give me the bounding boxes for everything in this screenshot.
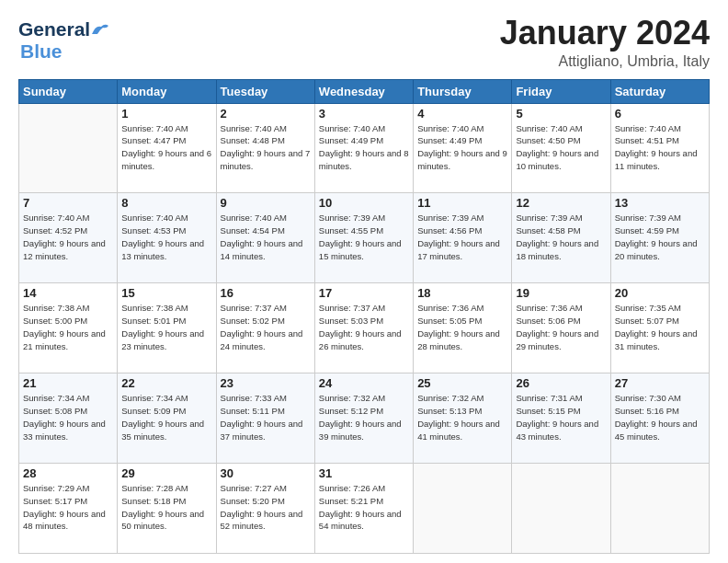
day-number: 1 bbox=[121, 107, 211, 121]
calendar-week-4: 21Sunrise: 7:34 AM Sunset: 5:08 PM Dayli… bbox=[19, 373, 710, 464]
logo-text-blue: Blue bbox=[20, 40, 63, 62]
title-section: January 2024 Attigliano, Umbria, Italy bbox=[500, 15, 710, 70]
day-info: Sunrise: 7:33 AM Sunset: 5:11 PM Dayligh… bbox=[221, 392, 311, 442]
calendar-cell: 2Sunrise: 7:40 AM Sunset: 4:48 PM Daylig… bbox=[216, 103, 314, 193]
logo-text-general: General bbox=[18, 18, 90, 40]
day-info: Sunrise: 7:29 AM Sunset: 5:17 PM Dayligh… bbox=[23, 482, 113, 533]
calendar-table: Sunday Monday Tuesday Wednesday Thursday… bbox=[18, 79, 710, 554]
day-info: Sunrise: 7:37 AM Sunset: 5:02 PM Dayligh… bbox=[221, 302, 311, 352]
calendar-cell: 31Sunrise: 7:26 AM Sunset: 5:21 PM Dayli… bbox=[314, 464, 413, 554]
day-info: Sunrise: 7:39 AM Sunset: 4:55 PM Dayligh… bbox=[319, 212, 409, 262]
day-number: 30 bbox=[221, 466, 311, 480]
calendar-cell: 18Sunrise: 7:36 AM Sunset: 5:05 PM Dayli… bbox=[414, 283, 512, 373]
calendar-cell: 14Sunrise: 7:38 AM Sunset: 5:00 PM Dayli… bbox=[19, 283, 118, 373]
day-info: Sunrise: 7:34 AM Sunset: 5:09 PM Dayligh… bbox=[121, 392, 211, 442]
day-number: 22 bbox=[121, 376, 211, 390]
day-number: 4 bbox=[417, 107, 507, 121]
calendar-cell: 22Sunrise: 7:34 AM Sunset: 5:09 PM Dayli… bbox=[118, 373, 216, 464]
calendar-cell: 8Sunrise: 7:40 AM Sunset: 4:53 PM Daylig… bbox=[118, 193, 216, 283]
day-info: Sunrise: 7:37 AM Sunset: 5:03 PM Dayligh… bbox=[319, 302, 409, 352]
day-number: 16 bbox=[221, 286, 311, 300]
day-number: 29 bbox=[121, 466, 211, 480]
col-friday: Friday bbox=[512, 79, 610, 103]
day-number: 21 bbox=[23, 376, 113, 390]
calendar-cell bbox=[414, 464, 512, 554]
day-info: Sunrise: 7:39 AM Sunset: 4:58 PM Dayligh… bbox=[516, 212, 606, 262]
calendar-cell: 21Sunrise: 7:34 AM Sunset: 5:08 PM Dayli… bbox=[19, 373, 118, 464]
calendar-cell bbox=[610, 464, 709, 554]
calendar-cell: 6Sunrise: 7:40 AM Sunset: 4:51 PM Daylig… bbox=[610, 103, 709, 193]
calendar-week-3: 14Sunrise: 7:38 AM Sunset: 5:00 PM Dayli… bbox=[19, 283, 710, 373]
col-thursday: Thursday bbox=[414, 79, 512, 103]
day-info: Sunrise: 7:38 AM Sunset: 5:00 PM Dayligh… bbox=[23, 302, 113, 352]
calendar-cell bbox=[19, 103, 118, 193]
calendar-cell: 26Sunrise: 7:31 AM Sunset: 5:15 PM Dayli… bbox=[512, 373, 610, 464]
calendar-cell bbox=[512, 464, 610, 554]
calendar-cell: 28Sunrise: 7:29 AM Sunset: 5:17 PM Dayli… bbox=[19, 464, 118, 554]
day-info: Sunrise: 7:40 AM Sunset: 4:50 PM Dayligh… bbox=[516, 122, 606, 173]
day-number: 27 bbox=[615, 376, 705, 390]
day-info: Sunrise: 7:40 AM Sunset: 4:52 PM Dayligh… bbox=[23, 212, 113, 262]
calendar-cell: 4Sunrise: 7:40 AM Sunset: 4:49 PM Daylig… bbox=[414, 103, 512, 193]
calendar-cell: 13Sunrise: 7:39 AM Sunset: 4:59 PM Dayli… bbox=[610, 193, 709, 283]
calendar-cell: 5Sunrise: 7:40 AM Sunset: 4:50 PM Daylig… bbox=[512, 103, 610, 193]
day-number: 17 bbox=[319, 286, 409, 300]
day-number: 23 bbox=[221, 376, 311, 390]
day-info: Sunrise: 7:26 AM Sunset: 5:21 PM Dayligh… bbox=[319, 482, 409, 533]
calendar-cell: 17Sunrise: 7:37 AM Sunset: 5:03 PM Dayli… bbox=[314, 283, 413, 373]
day-info: Sunrise: 7:32 AM Sunset: 5:12 PM Dayligh… bbox=[319, 392, 409, 442]
day-number: 10 bbox=[319, 196, 409, 210]
day-info: Sunrise: 7:40 AM Sunset: 4:47 PM Dayligh… bbox=[121, 122, 211, 173]
day-number: 9 bbox=[221, 196, 311, 210]
day-number: 20 bbox=[615, 286, 705, 300]
day-info: Sunrise: 7:30 AM Sunset: 5:16 PM Dayligh… bbox=[615, 392, 705, 442]
day-number: 8 bbox=[121, 196, 211, 210]
day-number: 13 bbox=[615, 196, 705, 210]
day-number: 5 bbox=[516, 107, 606, 121]
calendar-cell: 15Sunrise: 7:38 AM Sunset: 5:01 PM Dayli… bbox=[118, 283, 216, 373]
day-info: Sunrise: 7:32 AM Sunset: 5:13 PM Dayligh… bbox=[417, 392, 507, 442]
day-number: 12 bbox=[516, 196, 606, 210]
day-number: 6 bbox=[615, 107, 705, 121]
calendar-cell: 11Sunrise: 7:39 AM Sunset: 4:56 PM Dayli… bbox=[414, 193, 512, 283]
logo: General Blue bbox=[18, 15, 110, 63]
logo-bird-icon bbox=[90, 21, 110, 38]
day-info: Sunrise: 7:31 AM Sunset: 5:15 PM Dayligh… bbox=[516, 392, 606, 442]
calendar-cell: 19Sunrise: 7:36 AM Sunset: 5:06 PM Dayli… bbox=[512, 283, 610, 373]
day-info: Sunrise: 7:28 AM Sunset: 5:18 PM Dayligh… bbox=[121, 482, 211, 533]
day-number: 19 bbox=[516, 286, 606, 300]
calendar-header-row: Sunday Monday Tuesday Wednesday Thursday… bbox=[19, 79, 710, 103]
day-number: 24 bbox=[319, 376, 409, 390]
day-number: 3 bbox=[319, 107, 409, 121]
day-info: Sunrise: 7:38 AM Sunset: 5:01 PM Dayligh… bbox=[121, 302, 211, 352]
calendar-cell: 24Sunrise: 7:32 AM Sunset: 5:12 PM Dayli… bbox=[314, 373, 413, 464]
day-number: 11 bbox=[417, 196, 507, 210]
calendar-week-2: 7Sunrise: 7:40 AM Sunset: 4:52 PM Daylig… bbox=[19, 193, 710, 283]
location-subtitle: Attigliano, Umbria, Italy bbox=[500, 53, 710, 70]
calendar-week-1: 1Sunrise: 7:40 AM Sunset: 4:47 PM Daylig… bbox=[19, 103, 710, 193]
page: General Blue January 2024 Attigliano, Um… bbox=[0, 0, 728, 563]
calendar-cell: 10Sunrise: 7:39 AM Sunset: 4:55 PM Dayli… bbox=[314, 193, 413, 283]
calendar-cell: 23Sunrise: 7:33 AM Sunset: 5:11 PM Dayli… bbox=[216, 373, 314, 464]
day-info: Sunrise: 7:36 AM Sunset: 5:06 PM Dayligh… bbox=[516, 302, 606, 352]
calendar-cell: 27Sunrise: 7:30 AM Sunset: 5:16 PM Dayli… bbox=[610, 373, 709, 464]
col-wednesday: Wednesday bbox=[314, 79, 413, 103]
day-number: 7 bbox=[23, 196, 113, 210]
header: General Blue January 2024 Attigliano, Um… bbox=[18, 15, 710, 70]
calendar-cell: 20Sunrise: 7:35 AM Sunset: 5:07 PM Dayli… bbox=[610, 283, 709, 373]
day-number: 18 bbox=[417, 286, 507, 300]
calendar-cell: 9Sunrise: 7:40 AM Sunset: 4:54 PM Daylig… bbox=[216, 193, 314, 283]
month-title: January 2024 bbox=[500, 15, 710, 52]
col-saturday: Saturday bbox=[610, 79, 709, 103]
day-info: Sunrise: 7:36 AM Sunset: 5:05 PM Dayligh… bbox=[417, 302, 507, 352]
day-number: 2 bbox=[221, 107, 311, 121]
calendar-week-5: 28Sunrise: 7:29 AM Sunset: 5:17 PM Dayli… bbox=[19, 464, 710, 554]
day-info: Sunrise: 7:40 AM Sunset: 4:49 PM Dayligh… bbox=[417, 122, 507, 173]
day-info: Sunrise: 7:40 AM Sunset: 4:54 PM Dayligh… bbox=[221, 212, 311, 262]
calendar-cell: 16Sunrise: 7:37 AM Sunset: 5:02 PM Dayli… bbox=[216, 283, 314, 373]
day-number: 28 bbox=[23, 466, 113, 480]
day-info: Sunrise: 7:34 AM Sunset: 5:08 PM Dayligh… bbox=[23, 392, 113, 442]
day-info: Sunrise: 7:39 AM Sunset: 4:56 PM Dayligh… bbox=[417, 212, 507, 262]
day-info: Sunrise: 7:40 AM Sunset: 4:48 PM Dayligh… bbox=[221, 122, 311, 173]
day-info: Sunrise: 7:39 AM Sunset: 4:59 PM Dayligh… bbox=[615, 212, 705, 262]
